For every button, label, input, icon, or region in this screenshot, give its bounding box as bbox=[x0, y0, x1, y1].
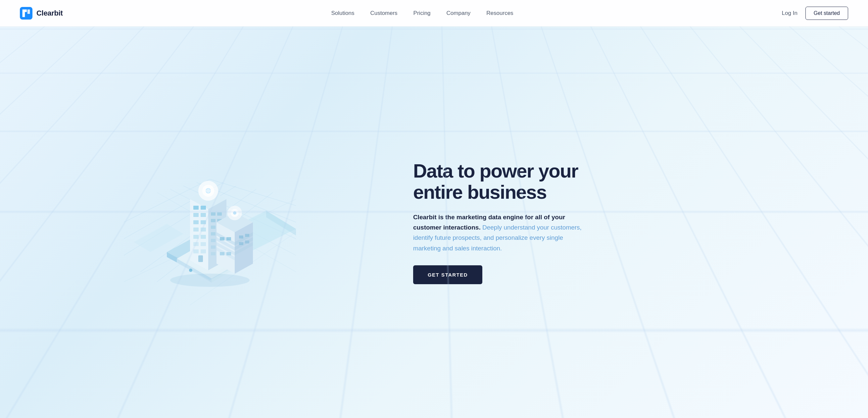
svg-rect-72 bbox=[226, 252, 231, 256]
svg-rect-0 bbox=[20, 7, 32, 20]
svg-rect-27 bbox=[200, 206, 206, 210]
clearbit-logo-icon bbox=[20, 7, 32, 20]
nav-item-company[interactable]: Company bbox=[446, 10, 471, 17]
nav-link-solutions[interactable]: Solutions bbox=[331, 10, 354, 16]
svg-rect-35 bbox=[200, 235, 206, 239]
svg-rect-31 bbox=[200, 220, 206, 224]
svg-rect-41 bbox=[217, 212, 222, 216]
svg-rect-39 bbox=[200, 249, 206, 253]
svg-rect-30 bbox=[193, 220, 198, 224]
nav-link-customers[interactable]: Customers bbox=[370, 10, 397, 16]
nav-item-pricing[interactable]: Pricing bbox=[413, 10, 431, 17]
svg-rect-36 bbox=[193, 242, 198, 246]
svg-rect-50 bbox=[211, 245, 216, 249]
svg-rect-71 bbox=[220, 252, 224, 256]
svg-rect-69 bbox=[220, 237, 224, 240]
svg-rect-73 bbox=[239, 236, 243, 238]
hero-content: Data to power your entire business Clear… bbox=[0, 120, 868, 325]
svg-rect-29 bbox=[200, 213, 206, 217]
svg-rect-75 bbox=[239, 242, 243, 245]
svg-rect-28 bbox=[193, 213, 198, 217]
nav-item-resources[interactable]: Resources bbox=[486, 10, 513, 17]
nav-link-company[interactable]: Company bbox=[446, 10, 471, 16]
hero-illustration bbox=[27, 140, 393, 305]
nav-links: Solutions Customers Pricing Company Reso… bbox=[331, 10, 513, 17]
svg-rect-74 bbox=[245, 234, 249, 237]
svg-rect-76 bbox=[245, 240, 249, 243]
hero-headline: Data to power your entire business bbox=[413, 160, 612, 203]
get-started-nav-button[interactable]: Get started bbox=[805, 7, 848, 20]
hero-cta-button[interactable]: GET STARTED bbox=[413, 265, 482, 284]
nav-item-customers[interactable]: Customers bbox=[370, 10, 397, 17]
hero-section: Data to power your entire business Clear… bbox=[0, 27, 868, 418]
svg-rect-46 bbox=[211, 232, 216, 236]
hero-description: Clearbit is the marketing data engine fo… bbox=[413, 212, 585, 253]
navigation: Clearbit Solutions Customers Pricing Com… bbox=[0, 0, 868, 27]
login-link[interactable]: Log In bbox=[782, 10, 798, 17]
svg-rect-44 bbox=[211, 226, 216, 229]
svg-rect-37 bbox=[200, 242, 206, 246]
isometric-buildings-illustration bbox=[124, 140, 296, 305]
hero-headline-line2: entire business bbox=[413, 181, 547, 203]
svg-rect-34 bbox=[193, 235, 198, 239]
logo-link[interactable]: Clearbit bbox=[20, 7, 63, 20]
svg-rect-54 bbox=[198, 256, 203, 262]
nav-actions: Log In Get started bbox=[782, 7, 848, 20]
logo-text: Clearbit bbox=[36, 9, 63, 18]
nav-link-resources[interactable]: Resources bbox=[486, 10, 513, 16]
svg-rect-32 bbox=[193, 228, 198, 232]
svg-rect-52 bbox=[211, 252, 216, 256]
svg-rect-70 bbox=[226, 237, 231, 240]
svg-rect-40 bbox=[211, 212, 216, 216]
nav-item-solutions[interactable]: Solutions bbox=[331, 10, 354, 17]
svg-rect-38 bbox=[193, 249, 198, 253]
svg-rect-48 bbox=[211, 239, 216, 242]
svg-rect-33 bbox=[200, 228, 206, 232]
svg-rect-42 bbox=[211, 219, 216, 222]
hero-text-block: Data to power your entire business Clear… bbox=[413, 160, 612, 284]
nav-link-pricing[interactable]: Pricing bbox=[413, 10, 431, 16]
svg-point-79 bbox=[233, 211, 236, 215]
hero-headline-line1: Data to power your bbox=[413, 160, 578, 181]
svg-point-80 bbox=[189, 269, 192, 272]
svg-rect-26 bbox=[193, 206, 198, 210]
svg-point-81 bbox=[170, 274, 250, 287]
